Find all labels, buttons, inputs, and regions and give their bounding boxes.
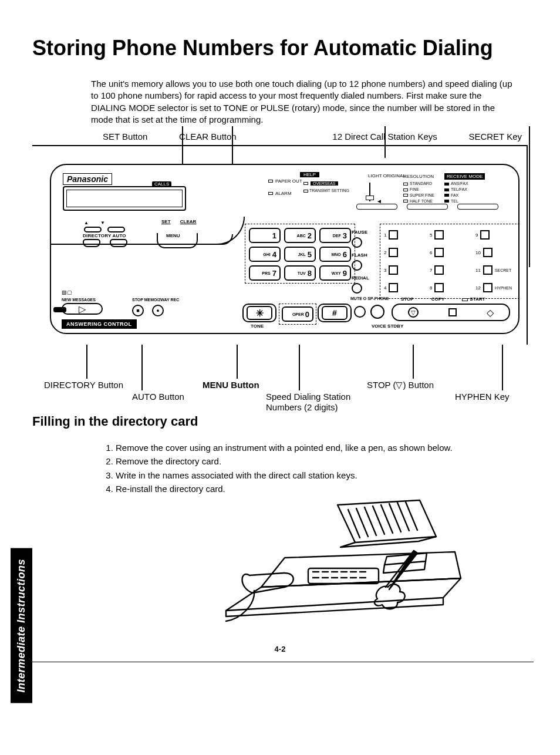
stop-icon: ▽ [408,307,419,318]
receive-tel: TEL [451,198,458,204]
callout-clear: CLEAR Button [179,132,237,141]
receive-fax: FAX [451,193,458,198]
callout-directory: DIRECTORY Button [44,380,123,390]
callout-stop: STOP (▽) Button [367,380,434,390]
answering-control-badge: ANSWERING CONTROL [62,319,137,329]
key-4: GHI4 [249,247,281,262]
bottom-bar-labels: STOP COPY START [401,296,485,302]
mute-button [354,306,366,318]
receive-mode-column: RECEIVE MODE ANS/FAX TEL/FAX FAX TEL [444,173,485,204]
stop-label: STOP [401,296,414,302]
directory-auto-label: DIRECTORY AUTO [83,233,126,238]
pause-label: PAUSE [352,230,369,235]
leader-stations [384,126,386,158]
overseas-badge: OVERSEAS [311,181,338,186]
copy-icon [448,308,457,316]
key-1: 1 [249,228,281,243]
speaker-indicator-icon [53,307,66,312]
oper-key-frame: OPER0 [279,304,316,325]
key-3: DEF3 [319,228,351,243]
pause-flash-redial: PAUSE FLASH REDIAL [352,225,369,296]
key-9: WXY9 [319,265,351,281]
answering-control-block: ▧▢ NEW MESSAGES STOP MEMO/2WAY REC ▷ ■● … [62,289,137,329]
key-star: ✳ [247,306,272,320]
receive-ansfax: ANS/FAX [451,181,468,187]
key-2: ABC2 [284,228,316,243]
menu-pad [157,233,198,248]
callout-secret: SECRET Key [468,132,522,141]
light-original-slider-knob [366,196,374,200]
alarm-label: ALARM [275,190,292,197]
key-pound: # [322,306,348,320]
light-original-label: LIGHT ORIGINAL [368,173,406,178]
rec-buttons: ■● [132,305,164,316]
transmit-label: TRANSMIT SETTING [309,188,349,193]
tone-label: TONE [251,323,264,329]
brand-label: Panasonic [63,173,112,185]
callout-speed: Speed Dialing Station Numbers (2 digits) [266,392,366,413]
bottom-callouts: DIRECTORY Button AUTO Button MENU Button… [32,345,528,409]
paper-out-label: PAPER OUT [275,178,302,184]
sp-phone-button [370,305,384,319]
resolution-standard: STANDARD [410,181,432,187]
arrow-buttons: ▲▼ [84,220,131,234]
key-8: TUV8 [284,265,316,281]
status-indicators: PAPER OUT ALARM [268,178,302,198]
start-label: START [470,296,485,302]
callout-menu: MENU Button [203,380,259,390]
device-diagram: Panasonic CALLS HELP OVERSEAS TRANSMIT S… [32,145,528,345]
clear-label: CLEAR [180,219,197,224]
page-title: Storing Phone Numbers for Automatic Dial… [32,35,528,60]
resolution-halftone: HALF TONE [410,198,433,204]
step-1: Remove the cover using an instrument wit… [116,441,514,454]
resolution-superfine: SUPER FINE [410,193,434,198]
resolution-column: RESOLUTION STANDARD FINE SUPER FINE HALF… [403,173,434,204]
voice-stdby-label: VOICE STDBY [372,323,403,329]
step-3: Write in the names associated with the d… [116,468,514,482]
numeric-keypad: 1 ABC2 DEF3 GHI4 JKL5 MNO6 PRS7 TUV8 WXY… [245,224,355,284]
transmit-indicator [303,190,308,193]
key-5: JKL5 [284,247,316,262]
redial-label: REDIAL [352,275,369,281]
flash-label: FLASH [352,252,369,258]
fax-illustration [208,499,528,636]
page-number: 4-2 [32,645,528,653]
panel-curve-inner [51,234,233,245]
directory-auto-pads [83,239,127,247]
fax-control-panel: Panasonic CALLS HELP OVERSEAS TRANSMIT S… [50,164,519,334]
new-messages-label: NEW MESSAGES [62,298,137,302]
leader-secret [529,126,530,267]
key-7: PRS7 [249,265,281,281]
stop-copy-start-bar: ▽ ◇ [392,304,510,321]
callout-auto: AUTO Button [132,392,184,402]
intro-paragraph: The unit's memory allows you to use both… [91,78,514,126]
section-tab: Intermediate Instructions [11,548,32,703]
callout-set: SET Button [103,132,147,141]
callout-hyphen: HYPHEN Key [455,392,510,402]
steps-list: Remove the cover using an instrument wit… [103,441,514,496]
direct-call-stations: 1 5 9 2 6 10 3 7 11SECRET 4 8 12HYPHEN [380,224,519,299]
help-badge: HELP [300,172,319,177]
set-label: SET [161,219,171,224]
key-6: MNO6 [319,247,351,262]
receive-title: RECEIVE MODE [444,173,485,180]
star-key-frame: ✳ [242,304,276,322]
key-0: OPER0 [282,306,313,322]
stop-memo-label: STOP MEMO/2WAY REC [132,298,179,302]
receive-telfax: TEL/FAX [451,187,467,193]
start-icon: ◇ [487,307,494,318]
footer-rule [26,662,534,662]
top-callouts-row: SET Button CLEAR Button 12 Direct Call S… [103,132,522,141]
pound-key-frame: # [318,304,352,322]
copy-label: COPY [431,296,445,302]
resolution-title: RESOLUTION [403,173,434,180]
resolution-fine: FINE [410,187,419,193]
subheading: Filling in the directory card [32,414,528,429]
lcd-display [63,186,186,211]
step-4: Re-install the directory card. [116,482,514,496]
selector-sliders [356,204,498,210]
overseas-indicator [303,182,308,185]
play-button: ▷ [62,303,103,315]
step-2: Remove the directory card. [116,454,514,468]
set-clear-labels: SET CLEAR [161,219,204,224]
